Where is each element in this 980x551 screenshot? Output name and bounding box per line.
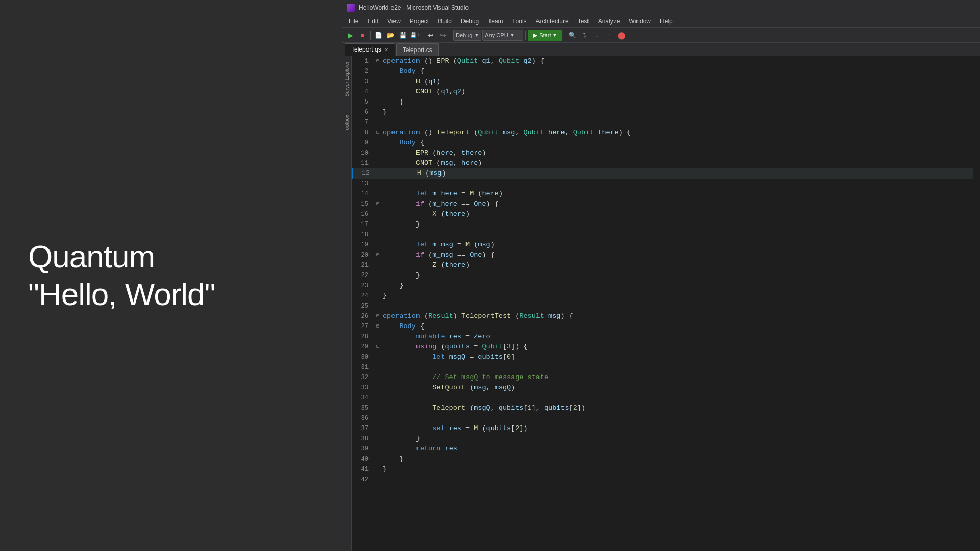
code-line-1: 1 ⊟ operation () EPR (Qubit q1, Qubit q2…	[352, 56, 973, 66]
tab-teleport-cs-label: Teleport.cs	[403, 46, 432, 54]
toolbar-open[interactable]: 📂	[385, 30, 396, 41]
code-line-23: 23 }	[352, 281, 973, 291]
tab-teleport-cs[interactable]: Teleport.cs	[396, 43, 439, 56]
code-line-25: 25	[352, 301, 973, 311]
code-line-32: 32 // Set msgQ to message state	[352, 372, 973, 383]
tab-teleport-qs[interactable]: Teleport.qs ✕	[345, 43, 395, 56]
tab-teleport-qs-close[interactable]: ✕	[384, 47, 388, 53]
code-line-5: 5 }	[352, 97, 973, 107]
title-line1: Quantum	[28, 239, 155, 274]
menu-bar: File Edit View Project Build Debug Team …	[342, 15, 980, 28]
code-line-27: 27 ⊟ Body {	[352, 321, 973, 332]
code-line-3: 3 H (q1)	[352, 77, 973, 87]
code-line-17: 17 }	[352, 219, 973, 230]
toolbar-undo[interactable]: ↩	[425, 30, 436, 41]
code-line-2: 2 Body {	[352, 66, 973, 77]
code-line-29: 29 ⊟ using (qubits = Qubit[3]) {	[352, 342, 973, 352]
debug-config-dropdown[interactable]: Debug ▼	[453, 30, 481, 41]
code-line-10: 10 EPR (here, there)	[352, 148, 973, 158]
menu-window[interactable]: Window	[625, 17, 655, 26]
menu-view[interactable]: View	[383, 17, 405, 26]
code-line-33: 33 SetQubit (msg, msgQ)	[352, 383, 973, 393]
code-line-22: 22 }	[352, 270, 973, 281]
code-editor[interactable]: 1 ⊟ operation () EPR (Qubit q1, Qubit q2…	[352, 56, 973, 551]
code-line-12: 12 H (msg)	[352, 168, 973, 179]
code-line-13: 13	[352, 179, 973, 189]
code-line-41: 41 }	[352, 464, 973, 474]
menu-architecture[interactable]: Architecture	[532, 17, 573, 26]
menu-team[interactable]: Team	[484, 17, 507, 26]
toolbar: ▶ ■ 📄 📂 💾 💾+ ↩ ↪ Debug ▼ Any CPU ▼ ▶ Sta…	[342, 28, 980, 43]
menu-test[interactable]: Test	[574, 17, 593, 26]
platform-label: Any CPU	[485, 32, 508, 38]
code-line-4: 4 CNOT (q1,q2)	[352, 87, 973, 97]
editor-area: Server Explorer Toolbox 1 ⊟ operation ()…	[342, 56, 980, 551]
side-panel-left: Server Explorer Toolbox	[342, 56, 352, 551]
code-line-34: 34	[352, 393, 973, 403]
toolbar-breakpoint[interactable]: ⬤	[616, 30, 627, 41]
toolbar-sep-3	[451, 31, 451, 40]
code-line-31: 31	[352, 362, 973, 372]
code-line-14: 14 let m_here = M (here)	[352, 189, 973, 199]
scroll-indicator[interactable]	[973, 56, 980, 551]
toolbar-sep-5	[565, 31, 565, 40]
code-line-36: 36	[352, 413, 973, 423]
code-line-26: 26 ⊟ operation (Result) TeleportTest (Re…	[352, 311, 973, 321]
toolbar-step-in[interactable]: ↓	[592, 30, 603, 41]
toolbar-step-out[interactable]: ↑	[604, 30, 615, 41]
toolbar-search[interactable]: 🔍	[567, 30, 578, 41]
toolbar-new[interactable]: 📄	[373, 30, 384, 41]
vs-panel: HelloWorld-e2e - Microsoft Visual Studio…	[342, 0, 980, 551]
code-line-11: 11 CNOT (msg, here)	[352, 158, 973, 168]
toolbar-save[interactable]: 💾	[397, 30, 408, 41]
code-line-20: 20 ⊟ if (m_msg == One) {	[352, 250, 973, 260]
left-panel: Quantum "Hello, World"	[0, 0, 342, 551]
window-title: HelloWorld-e2e - Microsoft Visual Studio	[359, 4, 469, 11]
title-bar: HelloWorld-e2e - Microsoft Visual Studio	[342, 0, 980, 15]
menu-help[interactable]: Help	[656, 17, 677, 26]
tab-bar: Teleport.qs ✕ Teleport.cs	[342, 43, 980, 56]
platform-dropdown[interactable]: Any CPU ▼	[482, 30, 523, 41]
menu-file[interactable]: File	[345, 17, 362, 26]
menu-edit[interactable]: Edit	[363, 17, 382, 26]
code-line-7: 7	[352, 117, 973, 128]
code-line-24: 24 }	[352, 291, 973, 301]
presentation-title: Quantum "Hello, World"	[28, 238, 215, 314]
code-line-37: 37 set res = M (qubits[2])	[352, 423, 973, 434]
code-line-9: 9 Body {	[352, 138, 973, 148]
code-line-30: 30 let msgQ = qubits[0]	[352, 352, 973, 362]
run-button[interactable]: ▶ Start ▼	[528, 30, 562, 41]
menu-project[interactable]: Project	[406, 17, 433, 26]
code-line-15: 15 ⊟ if (m_here == One) {	[352, 199, 973, 209]
vs-icon	[347, 4, 355, 12]
tab-teleport-qs-label: Teleport.qs	[351, 46, 381, 53]
toolbar-step-over[interactable]: ⤵	[579, 30, 591, 41]
toolbar-stop[interactable]: ■	[357, 30, 368, 41]
dropdown-arrow-platform: ▼	[510, 33, 515, 38]
code-line-40: 40 }	[352, 454, 973, 464]
code-line-18: 18	[352, 230, 973, 240]
run-icon: ▶	[533, 32, 537, 39]
run-label: Start	[539, 32, 551, 38]
code-line-38: 38 }	[352, 434, 973, 444]
toolbar-sep-2	[423, 31, 423, 40]
code-line-21: 21 Z (there)	[352, 260, 973, 270]
title-line2: "Hello, World"	[28, 277, 215, 312]
code-line-39: 39 return res	[352, 444, 973, 454]
code-line-19: 19 let m_msg = M (msg)	[352, 240, 973, 250]
toolbar-sep-1	[370, 31, 371, 40]
server-explorer-tab[interactable]: Server Explorer	[343, 58, 351, 99]
run-dropdown-arrow: ▼	[553, 33, 557, 38]
toolbox-tab[interactable]: Toolbox	[343, 112, 351, 135]
toolbar-save-all[interactable]: 💾+	[409, 30, 421, 41]
toolbar-sep-4	[525, 31, 526, 40]
code-line-8: 8 ⊟ operation () Teleport (Qubit msg, Qu…	[352, 128, 973, 138]
menu-tools[interactable]: Tools	[508, 17, 531, 26]
menu-analyze[interactable]: Analyze	[594, 17, 624, 26]
toolbar-redo[interactable]: ↪	[437, 30, 449, 41]
code-line-6: 6 }	[352, 107, 973, 117]
menu-build[interactable]: Build	[434, 17, 456, 26]
menu-debug[interactable]: Debug	[457, 17, 483, 26]
code-line-16: 16 X (there)	[352, 209, 973, 219]
toolbar-run-green[interactable]: ▶	[345, 30, 356, 41]
